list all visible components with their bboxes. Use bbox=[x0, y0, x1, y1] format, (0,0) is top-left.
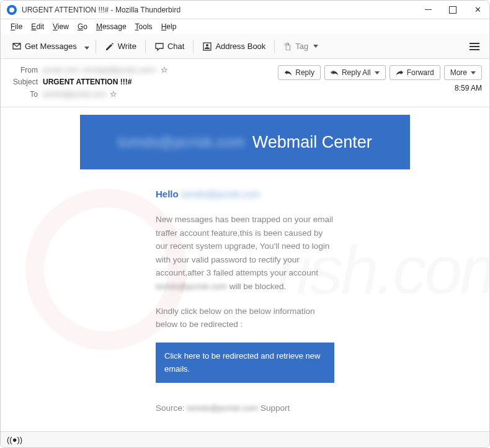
forward-button[interactable]: Forward bbox=[390, 65, 440, 80]
maximize-button[interactable] bbox=[447, 4, 458, 16]
app-icon bbox=[7, 5, 17, 15]
chat-button[interactable]: Chat bbox=[149, 38, 189, 55]
address-book-button[interactable]: Address Book bbox=[197, 38, 270, 55]
to-label: To bbox=[8, 90, 38, 99]
menu-view[interactable]: View bbox=[49, 21, 73, 32]
source-suffix: Support bbox=[258, 403, 290, 413]
tag-label: Tag bbox=[295, 42, 308, 51]
titlebar: URGENT ATTENTION !!!# - Mozilla Thunderb… bbox=[1, 1, 489, 19]
greeting-name: tomds@pcrisk.com bbox=[181, 189, 261, 199]
get-messages-dropdown[interactable] bbox=[82, 38, 92, 55]
to-line: To tomds@pcrisk.com ☆ bbox=[8, 89, 278, 99]
from-line: From pcrisk.com <noreply@pcrisk.com> ☆ bbox=[8, 65, 278, 74]
action-buttons: Reply Reply All Forward More bbox=[278, 65, 482, 80]
download-icon bbox=[12, 42, 22, 52]
star-icon[interactable]: ☆ bbox=[161, 65, 168, 74]
email-banner: tomds@pcrisk.com Webmail Center bbox=[80, 115, 410, 169]
separator bbox=[96, 40, 96, 53]
forward-icon bbox=[396, 69, 404, 77]
to-value[interactable]: tomds@pcrisk.com bbox=[43, 90, 106, 99]
menu-message[interactable]: Message bbox=[92, 21, 130, 32]
window-title: URGENT ATTENTION !!!# - Mozilla Thunderb… bbox=[22, 6, 422, 14]
get-messages-button[interactable]: Get Messages bbox=[7, 38, 82, 55]
activity-icon[interactable]: ((●)) bbox=[7, 435, 22, 444]
app-menu-button[interactable] bbox=[466, 39, 483, 54]
write-label: Write bbox=[118, 42, 136, 51]
subject-value: URGENT ATTENTION !!!# bbox=[43, 78, 131, 86]
reply-all-icon bbox=[331, 69, 339, 77]
menu-go[interactable]: Go bbox=[74, 21, 91, 32]
write-button[interactable]: Write bbox=[100, 38, 141, 55]
separator bbox=[145, 40, 146, 53]
more-button[interactable]: More bbox=[444, 65, 482, 80]
tag-button[interactable]: 🏷 Tag bbox=[278, 38, 323, 55]
close-button[interactable] bbox=[472, 4, 483, 16]
address-book-icon bbox=[202, 42, 212, 52]
chevron-down-icon bbox=[375, 71, 380, 74]
statusbar: ((●)) bbox=[1, 431, 489, 447]
minimize-button[interactable] bbox=[422, 4, 434, 16]
from-label: From bbox=[8, 66, 38, 74]
chat-icon bbox=[154, 42, 164, 52]
more-label: More bbox=[450, 68, 467, 77]
greeting: Hello tomds@pcrisk.com bbox=[156, 187, 334, 202]
message-time: 8:59 AM bbox=[455, 84, 482, 92]
forward-label: Forward bbox=[407, 68, 434, 77]
chevron-down-icon bbox=[471, 71, 476, 74]
chevron-down-icon bbox=[313, 45, 318, 48]
tag-icon: 🏷 bbox=[283, 42, 293, 51]
para1-text: New messages has been trapped on your em… bbox=[156, 215, 333, 277]
source-prefix: Source: bbox=[156, 403, 187, 413]
reply-all-label: Reply All bbox=[342, 68, 371, 77]
toolbar: Get Messages Write Chat Address Book 🏷 T… bbox=[1, 34, 489, 59]
get-messages-label: Get Messages bbox=[25, 42, 77, 51]
para1-suffix: will be blocked. bbox=[227, 282, 286, 291]
subject-line: Subject URGENT ATTENTION !!!# bbox=[8, 78, 278, 86]
address-book-label: Address Book bbox=[215, 42, 265, 51]
reply-button[interactable]: Reply bbox=[278, 65, 321, 80]
window-controls bbox=[422, 4, 483, 16]
star-icon[interactable]: ☆ bbox=[110, 89, 117, 99]
greeting-prefix: Hello bbox=[156, 189, 179, 199]
menu-tools[interactable]: Tools bbox=[131, 21, 156, 32]
pencil-icon bbox=[105, 42, 115, 52]
source-line: Source: tomds@pcrisk.com Support bbox=[156, 401, 334, 415]
menu-edit[interactable]: Edit bbox=[27, 21, 48, 32]
cta-button[interactable]: Click here to be redirected and retrieve… bbox=[156, 343, 334, 383]
menu-file[interactable]: File bbox=[7, 21, 26, 32]
source-email: tomds@pcrisk.com bbox=[187, 403, 258, 413]
email-body: Hello tomds@pcrisk.com New messages has … bbox=[80, 169, 410, 428]
banner-email: tomds@pcrisk.com bbox=[118, 133, 244, 151]
svg-point-1 bbox=[206, 44, 208, 47]
menu-help[interactable]: Help bbox=[158, 21, 180, 32]
reply-label: Reply bbox=[295, 68, 314, 77]
email-content: tomds@pcrisk.com Webmail Center Hello to… bbox=[80, 115, 410, 428]
subject-label: Subject bbox=[8, 78, 38, 86]
menubar: File Edit View Go Message Tools Help bbox=[1, 19, 489, 34]
from-value[interactable]: pcrisk.com <noreply@pcrisk.com> bbox=[43, 66, 157, 74]
paragraph-1: New messages has been trapped on your em… bbox=[156, 213, 334, 293]
separator bbox=[193, 40, 194, 53]
paragraph-2: Kindly click below on the below informat… bbox=[156, 305, 334, 331]
chat-label: Chat bbox=[167, 42, 184, 51]
separator bbox=[274, 40, 275, 53]
reply-all-button[interactable]: Reply All bbox=[324, 65, 386, 80]
chevron-down-icon bbox=[84, 47, 89, 50]
message-body-area: rish.com tomds@pcrisk.com Webmail Center… bbox=[1, 107, 489, 431]
para1-blur: tomds@pcrisk.com bbox=[156, 282, 227, 291]
reply-icon bbox=[284, 69, 292, 77]
banner-title: Webmail Center bbox=[252, 133, 372, 152]
message-header: From pcrisk.com <noreply@pcrisk.com> ☆ S… bbox=[1, 59, 489, 107]
